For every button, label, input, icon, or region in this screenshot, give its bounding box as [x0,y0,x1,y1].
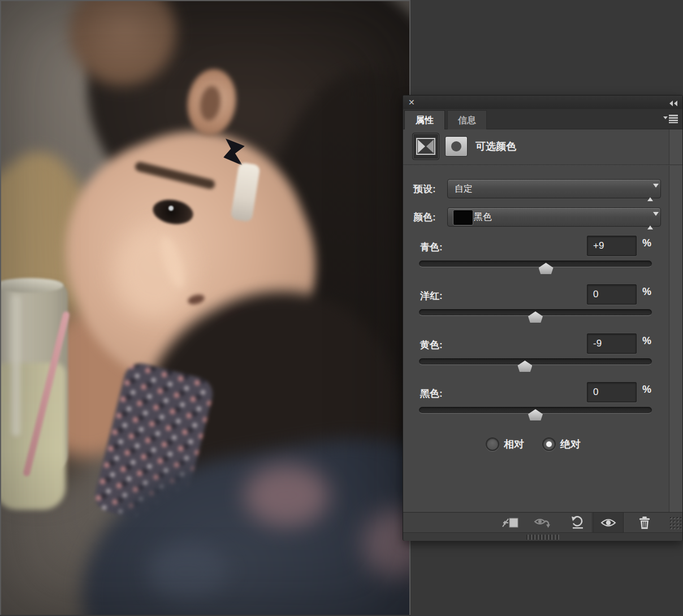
black-value-field[interactable]: 0 [587,382,637,402]
magenta-value-field[interactable]: 0 [587,284,637,305]
yellow-slider-group: 黄色: -9 % [403,333,682,381]
absolute-radio[interactable] [542,437,556,451]
tab-properties[interactable]: 属性 [404,110,445,129]
delete-trash-icon[interactable] [634,514,655,531]
yellow-label: 黄色: [420,336,443,355]
separator [403,164,682,166]
panel-titlebar[interactable]: ✕ [403,96,682,110]
layer-mask-icon[interactable] [445,136,468,157]
cyan-label: 青色: [420,238,443,257]
document-canvas-photo [0,0,410,615]
magenta-slider-group: 洋红: 0 % [403,284,682,332]
panel-content: 可选颜色 预设: 自定 颜色: 黑色 青色: +9 % 洋红: 0 % [403,129,682,512]
close-icon[interactable]: ✕ [408,97,415,107]
absolute-label: 绝对 [560,437,581,451]
collapse-panel-icon[interactable] [669,99,678,109]
properties-panel: ✕ 属性 信息 可选颜色 [403,95,683,541]
panel-tabbar: 属性 信息 [403,109,682,129]
percent-sign: % [642,286,651,298]
cyan-value-field[interactable]: +9 [587,236,637,256]
color-value: 黑色 [474,208,492,226]
black-label: 黑色: [420,384,443,404]
percent-sign: % [642,384,651,396]
preset-value: 自定 [455,180,473,198]
yellow-slider-thumb[interactable] [517,361,532,372]
adjustment-title: 可选颜色 [475,140,516,153]
percent-sign: % [642,335,651,347]
selective-color-adjustment-icon[interactable] [412,133,439,160]
cyan-slider-group: 青色: +9 % [403,235,682,284]
panel-toolbar [403,512,682,532]
color-swatch [453,210,473,225]
panel-drag-handle[interactable] [526,535,559,540]
color-dropdown[interactable]: 黑色 [447,207,661,227]
black-slider-thumb[interactable] [528,409,543,420]
clip-to-layer-icon[interactable] [499,514,521,531]
cyan-slider-track[interactable] [419,261,652,267]
mask-circle [451,141,461,151]
tab-info[interactable]: 信息 [447,110,487,129]
color-label: 颜色: [413,208,436,227]
black-slider-group: 黑色: 0 % [403,381,682,430]
percent-sign: % [642,237,651,249]
panel-bottom-bar [403,532,682,541]
relative-radio[interactable] [486,437,499,451]
panel-menu-icon[interactable] [663,114,678,125]
magenta-slider-track[interactable] [419,309,652,316]
preset-dropdown[interactable]: 自定 [447,179,661,198]
yellow-value-field[interactable]: -9 [587,333,637,354]
preset-label: 预设: [413,180,436,199]
view-previous-state-icon[interactable] [532,514,554,531]
reset-icon[interactable] [567,514,589,531]
yellow-slider-track[interactable] [419,358,652,365]
magenta-label: 洋红: [420,287,443,306]
dropdown-stepper-icon [647,212,654,222]
photo-vignette [1,1,409,615]
method-radio-row: 相对 绝对 [403,437,682,453]
cyan-slider-thumb[interactable] [539,263,554,274]
visibility-eye-icon[interactable] [593,513,624,533]
magenta-slider-thumb[interactable] [528,311,543,323]
panel-resize-grip[interactable] [669,516,681,531]
dropdown-stepper-icon [647,184,654,194]
relative-label: 相对 [504,437,524,451]
black-slider-track[interactable] [419,407,652,414]
toolbar-divider [592,513,593,533]
radio-dot [546,441,552,447]
